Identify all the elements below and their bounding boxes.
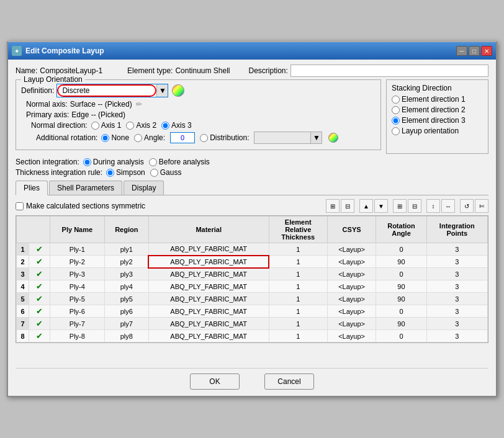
remove-row-button[interactable]: ⊟ <box>341 199 354 213</box>
csys-cell[interactable]: <Layup> <box>327 318 376 330</box>
table-row[interactable]: 1✔Ply-1ply1ABQ_PLY_FABRIC_MAT1<Layup>03 <box>17 243 488 256</box>
thickness-cell[interactable]: 1 <box>269 243 327 256</box>
thickness-cell[interactable]: 1 <box>269 330 327 342</box>
region-cell[interactable]: ply8 <box>104 330 148 342</box>
rotation-cell[interactable]: 0 <box>376 268 426 280</box>
paste-button[interactable]: ⊟ <box>408 199 421 213</box>
table-row[interactable]: 3✔Ply-3ply3ABQ_PLY_FABRIC_MAT1<Layup>03 <box>17 268 488 280</box>
simpson-option[interactable]: Simpson <box>106 168 145 177</box>
table-row[interactable]: 5✔Ply-5ply5ABQ_PLY_FABRIC_MAT1<Layup>903 <box>17 293 488 305</box>
region-cell[interactable]: ply4 <box>104 280 148 293</box>
undo-button[interactable]: ↺ <box>460 199 474 213</box>
before-analysis-option[interactable]: Before analysis <box>149 158 210 166</box>
ply-name-cell[interactable]: Ply-4 <box>50 280 104 293</box>
csys-cell[interactable]: <Layup> <box>327 293 376 305</box>
integration-cell[interactable]: 3 <box>426 330 487 342</box>
symmetric-checkbox[interactable] <box>16 202 24 210</box>
region-cell[interactable]: ply2 <box>104 256 148 268</box>
csys-cell[interactable]: <Layup> <box>327 280 376 293</box>
copy-button[interactable]: ⊞ <box>393 199 407 213</box>
region-cell[interactable]: ply7 <box>104 318 148 330</box>
ply-name-cell[interactable]: Ply-2 <box>50 256 104 268</box>
ply-name-cell[interactable]: Ply-6 <box>50 305 104 318</box>
stacking-dir2-option[interactable]: Element direction 2 <box>392 105 483 114</box>
csys-cell[interactable]: <Layup> <box>327 330 376 342</box>
rotation-cell[interactable]: 90 <box>376 256 426 268</box>
move-up-button[interactable]: ▲ <box>359 199 373 213</box>
normal-axis2-option[interactable]: Axis 2 <box>126 121 156 130</box>
csys-cell[interactable]: <Layup> <box>327 243 376 256</box>
integration-cell[interactable]: 3 <box>426 318 487 330</box>
maximize-button[interactable]: □ <box>469 46 480 56</box>
material-cell[interactable]: ABQ_PLY_FABRIC_MAT <box>148 256 269 268</box>
angle-input[interactable] <box>170 132 195 143</box>
minimize-button[interactable]: ─ <box>456 46 467 56</box>
mirror-button[interactable]: ↔ <box>441 199 455 213</box>
during-analysis-option[interactable]: During analysis <box>83 158 144 166</box>
material-cell[interactable]: ABQ_PLY_FABRIC_MAT <box>148 318 269 330</box>
normal-axis1-option[interactable]: Axis 1 <box>91 121 122 130</box>
normal-axis3-option[interactable]: Axis 3 <box>161 121 192 130</box>
description-input[interactable] <box>290 65 488 77</box>
gauss-option[interactable]: Gauss <box>150 168 182 177</box>
distribution-dropdown[interactable]: ▼ <box>254 132 322 144</box>
material-cell[interactable]: ABQ_PLY_FABRIC_MAT <box>148 330 269 342</box>
distribution-arrow[interactable]: ▼ <box>310 132 322 143</box>
csys-cell[interactable]: <Layup> <box>327 256 376 268</box>
rotation-cell[interactable]: 0 <box>376 243 426 256</box>
ply-name-cell[interactable]: Ply-7 <box>50 318 104 330</box>
region-cell[interactable]: ply3 <box>104 268 148 280</box>
ply-name-cell[interactable]: Ply-8 <box>50 330 104 342</box>
rotation-cell[interactable]: 90 <box>376 293 426 305</box>
close-button[interactable]: ✕ <box>481 46 492 56</box>
integration-cell[interactable]: 3 <box>426 243 487 256</box>
csys-cell[interactable]: <Layup> <box>327 268 376 280</box>
material-cell[interactable]: ABQ_PLY_FABRIC_MAT <box>148 305 269 318</box>
ok-button[interactable]: OK <box>190 373 240 390</box>
thickness-cell[interactable]: 1 <box>269 293 327 305</box>
stacking-dir3-option[interactable]: Element direction 3 <box>392 116 483 125</box>
rotation-cell[interactable]: 0 <box>376 305 426 318</box>
definition-dropdown[interactable]: Discrete ▼ <box>56 84 168 97</box>
symmetric-checkbox-row[interactable]: Make calculated sections symmetric <box>16 202 145 210</box>
thickness-cell[interactable]: 1 <box>269 280 327 293</box>
flip-button[interactable]: ↕ <box>426 199 440 213</box>
distribution-color-button[interactable] <box>328 133 338 143</box>
integration-cell[interactable]: 3 <box>426 256 487 268</box>
table-row[interactable]: 8✔Ply-8ply8ABQ_PLY_FABRIC_MAT1<Layup>03 <box>17 330 488 342</box>
material-cell[interactable]: ABQ_PLY_FABRIC_MAT <box>148 243 269 256</box>
tab-display[interactable]: Display <box>124 181 164 195</box>
rotation-cell[interactable]: 90 <box>376 280 426 293</box>
ply-name-cell[interactable]: Ply-1 <box>50 243 104 256</box>
cut-button[interactable]: ✄ <box>475 199 488 213</box>
color-picker-button[interactable] <box>172 84 184 97</box>
move-down-button[interactable]: ▼ <box>374 199 388 213</box>
thickness-cell[interactable]: 1 <box>269 268 327 280</box>
csys-cell[interactable]: <Layup> <box>327 305 376 318</box>
region-cell[interactable]: ply6 <box>104 305 148 318</box>
ply-name-cell[interactable]: Ply-3 <box>50 268 104 280</box>
definition-dropdown-arrow[interactable]: ▼ <box>156 84 168 97</box>
rotation-distribution-option[interactable]: Distribution: <box>200 133 249 142</box>
integration-cell[interactable]: 3 <box>426 268 487 280</box>
tab-plies[interactable]: Plies <box>16 181 48 195</box>
add-row-button[interactable]: ⊞ <box>326 199 340 213</box>
table-row[interactable]: 2✔Ply-2ply2ABQ_PLY_FABRIC_MAT1<Layup>903 <box>17 256 488 268</box>
region-cell[interactable]: ply5 <box>104 293 148 305</box>
cancel-button[interactable]: Cancel <box>264 373 314 390</box>
material-cell[interactable]: ABQ_PLY_FABRIC_MAT <box>148 268 269 280</box>
normal-axis-edit-icon[interactable]: ✏ <box>136 100 142 109</box>
rotation-angle-option[interactable]: Angle: <box>134 133 165 142</box>
integration-cell[interactable]: 3 <box>426 280 487 293</box>
table-row[interactable]: 6✔Ply-6ply6ABQ_PLY_FABRIC_MAT1<Layup>03 <box>17 305 488 318</box>
ply-name-cell[interactable]: Ply-5 <box>50 293 104 305</box>
rotation-none-option[interactable]: None <box>101 133 129 142</box>
material-cell[interactable]: ABQ_PLY_FABRIC_MAT <box>148 293 269 305</box>
stacking-dir1-option[interactable]: Element direction 1 <box>392 95 483 104</box>
rotation-cell[interactable]: 90 <box>376 318 426 330</box>
thickness-cell[interactable]: 1 <box>269 305 327 318</box>
integration-cell[interactable]: 3 <box>426 305 487 318</box>
table-row[interactable]: 4✔Ply-4ply4ABQ_PLY_FABRIC_MAT1<Layup>903 <box>17 280 488 293</box>
thickness-cell[interactable]: 1 <box>269 256 327 268</box>
stacking-layup-option[interactable]: Layup orientation <box>392 127 483 135</box>
